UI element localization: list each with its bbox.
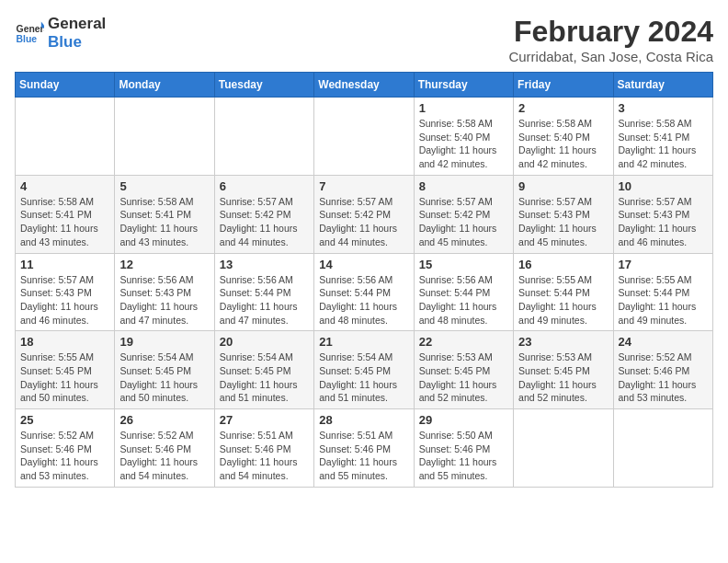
day-info: Sunrise: 5:56 AMSunset: 5:44 PMDaylight:… bbox=[319, 273, 408, 327]
calendar-cell: 28Sunrise: 5:51 AMSunset: 5:46 PMDayligh… bbox=[314, 409, 414, 488]
day-number: 11 bbox=[20, 258, 109, 271]
calendar-cell bbox=[214, 98, 313, 176]
weekday-header-saturday: Saturday bbox=[613, 73, 712, 98]
calendar-cell: 7Sunrise: 5:57 AMSunset: 5:42 PMDaylight… bbox=[314, 175, 414, 253]
calendar-cell: 12Sunrise: 5:56 AMSunset: 5:43 PMDayligh… bbox=[115, 253, 214, 331]
day-info: Sunrise: 5:56 AMSunset: 5:43 PMDaylight:… bbox=[119, 273, 209, 327]
calendar-cell: 29Sunrise: 5:50 AMSunset: 5:46 PMDayligh… bbox=[414, 409, 513, 488]
day-info: Sunrise: 5:58 AMSunset: 5:40 PMDaylight:… bbox=[518, 117, 608, 171]
day-number: 26 bbox=[119, 413, 209, 427]
day-info: Sunrise: 5:55 AMSunset: 5:45 PMDaylight:… bbox=[20, 350, 109, 405]
day-info: Sunrise: 5:57 AMSunset: 5:43 PMDaylight:… bbox=[619, 195, 708, 249]
calendar-cell: 11Sunrise: 5:57 AMSunset: 5:43 PMDayligh… bbox=[16, 253, 115, 331]
calendar-cell: 23Sunrise: 5:53 AMSunset: 5:45 PMDayligh… bbox=[514, 331, 613, 409]
calendar-cell: 22Sunrise: 5:53 AMSunset: 5:45 PMDayligh… bbox=[414, 331, 513, 409]
day-info: Sunrise: 5:51 AMSunset: 5:46 PMDaylight:… bbox=[220, 429, 309, 483]
weekday-header-sunday: Sunday bbox=[16, 73, 115, 98]
day-info: Sunrise: 5:51 AMSunset: 5:46 PMDaylight:… bbox=[319, 429, 408, 483]
day-info: Sunrise: 5:58 AMSunset: 5:41 PMDaylight:… bbox=[20, 195, 109, 249]
day-info: Sunrise: 5:52 AMSunset: 5:46 PMDaylight:… bbox=[20, 429, 109, 483]
location: Curridabat, San Jose, Costa Rica bbox=[508, 49, 713, 64]
calendar-cell: 5Sunrise: 5:58 AMSunset: 5:41 PMDaylight… bbox=[115, 175, 214, 253]
day-info: Sunrise: 5:55 AMSunset: 5:44 PMDaylight:… bbox=[518, 273, 608, 327]
calendar-cell: 6Sunrise: 5:57 AMSunset: 5:42 PMDaylight… bbox=[214, 175, 313, 253]
day-number: 28 bbox=[319, 413, 408, 427]
logo-line2: Blue bbox=[48, 33, 106, 52]
day-number: 20 bbox=[220, 335, 309, 349]
calendar-cell: 24Sunrise: 5:52 AMSunset: 5:46 PMDayligh… bbox=[613, 331, 712, 409]
calendar-cell: 9Sunrise: 5:57 AMSunset: 5:43 PMDaylight… bbox=[514, 175, 613, 253]
day-info: Sunrise: 5:54 AMSunset: 5:45 PMDaylight:… bbox=[220, 350, 309, 405]
calendar-cell: 13Sunrise: 5:56 AMSunset: 5:44 PMDayligh… bbox=[214, 253, 313, 331]
weekday-header-thursday: Thursday bbox=[414, 73, 513, 98]
day-info: Sunrise: 5:55 AMSunset: 5:44 PMDaylight:… bbox=[619, 273, 708, 327]
calendar-cell: 8Sunrise: 5:57 AMSunset: 5:42 PMDaylight… bbox=[414, 175, 513, 253]
day-info: Sunrise: 5:53 AMSunset: 5:45 PMDaylight:… bbox=[419, 350, 508, 405]
weekday-header-tuesday: Tuesday bbox=[214, 73, 313, 98]
day-info: Sunrise: 5:57 AMSunset: 5:43 PMDaylight:… bbox=[20, 273, 109, 327]
day-info: Sunrise: 5:57 AMSunset: 5:43 PMDaylight:… bbox=[518, 195, 608, 249]
calendar: SundayMondayTuesdayWednesdayThursdayFrid… bbox=[15, 72, 713, 488]
calendar-cell: 14Sunrise: 5:56 AMSunset: 5:44 PMDayligh… bbox=[314, 253, 414, 331]
day-number: 1 bbox=[419, 101, 508, 115]
calendar-cell: 20Sunrise: 5:54 AMSunset: 5:45 PMDayligh… bbox=[214, 331, 313, 409]
day-number: 5 bbox=[119, 179, 209, 193]
day-number: 23 bbox=[518, 335, 608, 349]
svg-text:Blue: Blue bbox=[17, 34, 38, 44]
calendar-cell: 25Sunrise: 5:52 AMSunset: 5:46 PMDayligh… bbox=[16, 409, 115, 488]
calendar-cell: 19Sunrise: 5:54 AMSunset: 5:45 PMDayligh… bbox=[115, 331, 214, 409]
day-number: 4 bbox=[20, 179, 109, 193]
logo-line1: General bbox=[48, 15, 106, 33]
day-info: Sunrise: 5:52 AMSunset: 5:46 PMDaylight:… bbox=[619, 350, 708, 405]
day-info: Sunrise: 5:52 AMSunset: 5:46 PMDaylight:… bbox=[119, 429, 209, 483]
day-number: 21 bbox=[319, 335, 408, 349]
day-number: 10 bbox=[619, 179, 708, 193]
day-info: Sunrise: 5:58 AMSunset: 5:40 PMDaylight:… bbox=[419, 117, 508, 171]
day-number: 22 bbox=[419, 335, 508, 349]
day-info: Sunrise: 5:50 AMSunset: 5:46 PMDaylight:… bbox=[419, 429, 508, 483]
day-number: 27 bbox=[220, 413, 309, 427]
calendar-cell: 2Sunrise: 5:58 AMSunset: 5:40 PMDaylight… bbox=[514, 98, 613, 176]
day-number: 19 bbox=[119, 335, 209, 349]
day-info: Sunrise: 5:56 AMSunset: 5:44 PMDaylight:… bbox=[220, 273, 309, 327]
day-number: 25 bbox=[20, 413, 109, 427]
day-info: Sunrise: 5:57 AMSunset: 5:42 PMDaylight:… bbox=[319, 195, 408, 249]
day-info: Sunrise: 5:58 AMSunset: 5:41 PMDaylight:… bbox=[119, 195, 209, 249]
day-info: Sunrise: 5:54 AMSunset: 5:45 PMDaylight:… bbox=[319, 350, 408, 405]
day-number: 9 bbox=[518, 179, 608, 193]
calendar-cell: 4Sunrise: 5:58 AMSunset: 5:41 PMDaylight… bbox=[16, 175, 115, 253]
calendar-cell: 17Sunrise: 5:55 AMSunset: 5:44 PMDayligh… bbox=[613, 253, 712, 331]
day-info: Sunrise: 5:56 AMSunset: 5:44 PMDaylight:… bbox=[419, 273, 508, 327]
weekday-header-monday: Monday bbox=[115, 73, 214, 98]
calendar-cell: 10Sunrise: 5:57 AMSunset: 5:43 PMDayligh… bbox=[613, 175, 712, 253]
day-number: 3 bbox=[619, 101, 708, 115]
day-number: 8 bbox=[419, 179, 508, 193]
calendar-cell: 27Sunrise: 5:51 AMSunset: 5:46 PMDayligh… bbox=[214, 409, 313, 488]
calendar-cell bbox=[115, 98, 214, 176]
day-number: 15 bbox=[419, 258, 508, 271]
day-number: 17 bbox=[619, 258, 708, 271]
calendar-cell bbox=[613, 409, 712, 488]
day-number: 18 bbox=[20, 335, 109, 349]
day-number: 16 bbox=[518, 258, 608, 271]
weekday-header-wednesday: Wednesday bbox=[314, 73, 414, 98]
svg-text:General: General bbox=[17, 23, 44, 33]
day-info: Sunrise: 5:57 AMSunset: 5:42 PMDaylight:… bbox=[419, 195, 508, 249]
calendar-cell: 1Sunrise: 5:58 AMSunset: 5:40 PMDaylight… bbox=[414, 98, 513, 176]
day-number: 29 bbox=[419, 413, 508, 427]
day-info: Sunrise: 5:57 AMSunset: 5:42 PMDaylight:… bbox=[220, 195, 309, 249]
calendar-cell: 3Sunrise: 5:58 AMSunset: 5:41 PMDaylight… bbox=[613, 98, 712, 176]
calendar-cell: 21Sunrise: 5:54 AMSunset: 5:45 PMDayligh… bbox=[314, 331, 414, 409]
title-block: February 2024 Curridabat, San Jose, Cost… bbox=[508, 15, 713, 64]
calendar-cell bbox=[514, 409, 613, 488]
day-number: 2 bbox=[518, 101, 608, 115]
calendar-cell: 15Sunrise: 5:56 AMSunset: 5:44 PMDayligh… bbox=[414, 253, 513, 331]
calendar-cell: 26Sunrise: 5:52 AMSunset: 5:46 PMDayligh… bbox=[115, 409, 214, 488]
day-number: 14 bbox=[319, 258, 408, 271]
logo: General Blue General Blue bbox=[15, 15, 106, 51]
month-title: February 2024 bbox=[508, 15, 713, 49]
day-info: Sunrise: 5:54 AMSunset: 5:45 PMDaylight:… bbox=[119, 350, 209, 405]
calendar-cell: 16Sunrise: 5:55 AMSunset: 5:44 PMDayligh… bbox=[514, 253, 613, 331]
day-number: 24 bbox=[619, 335, 708, 349]
day-info: Sunrise: 5:58 AMSunset: 5:41 PMDaylight:… bbox=[619, 117, 708, 171]
